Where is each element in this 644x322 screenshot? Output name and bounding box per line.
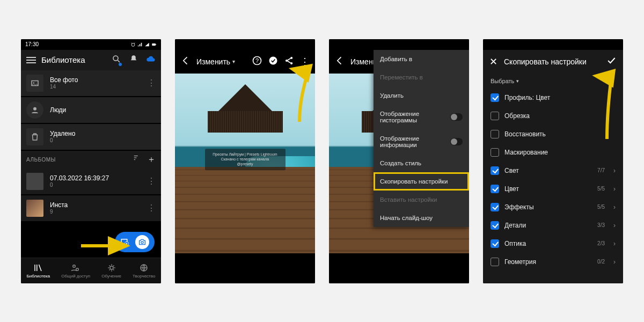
svg-point-9: [141, 241, 143, 243]
row-label: Люди: [50, 106, 156, 114]
opt-profile[interactable]: Профиль: Цвет: [483, 89, 623, 107]
bell-icon[interactable]: [129, 54, 138, 65]
row-people[interactable]: Люди: [21, 97, 161, 123]
status-bar: [329, 39, 469, 50]
preview-image[interactable]: Пресеты Лайтрум | Presets Lightroom Скач…: [175, 74, 315, 253]
more-icon[interactable]: ⋮: [147, 207, 156, 209]
svg-rect-2: [156, 44, 156, 45]
album-title: Инста: [50, 201, 141, 209]
menu-histogram[interactable]: Отображение гистограммы: [374, 105, 469, 129]
albums-header: АЛЬБОМЫ ＋: [21, 151, 161, 169]
album-row[interactable]: 07.03.2022 16:39:27 0 ⋮: [21, 169, 161, 194]
album-thumb: [26, 200, 43, 217]
opt-detail[interactable]: Детали 3/3 ›: [483, 216, 623, 235]
opt-effects[interactable]: Эффекты 5/5 ›: [483, 198, 623, 216]
menu-delete[interactable]: Удалить: [374, 86, 469, 105]
confirm-icon[interactable]: [606, 55, 617, 68]
svg-point-10: [73, 265, 76, 267]
checkbox[interactable]: [491, 239, 499, 248]
checkbox[interactable]: [491, 166, 499, 175]
album-count: 9: [50, 209, 141, 215]
menu-info[interactable]: Отображение информации: [374, 129, 469, 154]
tab-shared[interactable]: Общий доступ: [61, 263, 90, 279]
opt-crop[interactable]: Обрезка: [483, 107, 623, 125]
back-icon[interactable]: [180, 55, 191, 68]
menu-icon[interactable]: [26, 55, 36, 65]
screen-context-menu: Измени Добавить в Переместить в Удалить …: [329, 39, 469, 283]
opt-optics[interactable]: Оптика 2/3 ›: [483, 235, 623, 253]
select-dropdown[interactable]: Выбрать ▾: [483, 74, 623, 89]
checkbox[interactable]: [491, 130, 499, 138]
checkbox[interactable]: [491, 203, 499, 211]
back-icon[interactable]: [334, 55, 345, 68]
status-time: 17:30: [25, 41, 39, 47]
opt-mask[interactable]: Маскирование: [483, 143, 623, 162]
opt-geometry[interactable]: Геометрия 0/2 ›: [483, 253, 623, 271]
status-bar: 17:30: [21, 39, 161, 50]
menu-copy-settings[interactable]: Скопировать настройки: [374, 172, 469, 191]
signal-icon: [144, 42, 150, 47]
page-title: Библиотека: [41, 55, 106, 64]
edit-topbar: Изменить ▾ ? ⋮: [175, 50, 315, 74]
menu-add-to[interactable]: Добавить в: [374, 50, 469, 68]
chevron-right-icon[interactable]: ›: [613, 222, 616, 229]
photo-icon: [26, 75, 43, 92]
sort-icon[interactable]: [133, 154, 141, 165]
screen-copy-settings: ✕ Скопировать настройки Выбрать ▾ Профил…: [483, 39, 623, 283]
svg-point-0: [131, 43, 135, 46]
row-count: 14: [50, 84, 141, 90]
svg-point-5: [33, 82, 34, 83]
add-icon[interactable]: ＋: [147, 154, 156, 165]
opt-color[interactable]: Цвет 5/5 ›: [483, 180, 623, 198]
tab-learn[interactable]: Обучение: [101, 263, 121, 279]
checkbox[interactable]: [491, 185, 499, 193]
menu-create-style[interactable]: Создать стиль: [374, 154, 469, 172]
context-menu: Добавить в Переместить в Удалить Отображ…: [374, 50, 469, 227]
chevron-right-icon[interactable]: ›: [613, 185, 616, 193]
search-icon[interactable]: [112, 54, 121, 65]
menu-move-to: Переместить в: [374, 68, 469, 86]
edit-toolbar: [175, 253, 315, 283]
watermark-overlay: Пресеты Лайтрум | Presets Lightroom Скач…: [205, 149, 286, 170]
album-row[interactable]: Инста 9 ⋮: [21, 195, 161, 221]
row-deleted[interactable]: Удалено 0: [21, 124, 161, 150]
toggle-switch[interactable]: [450, 138, 463, 145]
cloud-icon[interactable]: [146, 54, 156, 65]
tab-library[interactable]: Библиотека: [27, 263, 50, 279]
row-all-photos[interactable]: Все фото 14 ⋮: [21, 70, 161, 96]
menu-slideshow[interactable]: Начать слайд-шоу: [374, 209, 469, 227]
toggle-switch[interactable]: [450, 113, 463, 121]
chevron-right-icon[interactable]: ›: [613, 240, 616, 247]
help-icon[interactable]: ?: [252, 55, 262, 68]
opt-restore[interactable]: Восстановить: [483, 125, 623, 143]
tab-discover[interactable]: Творчество: [133, 263, 155, 279]
more-icon[interactable]: ⋮: [300, 56, 310, 68]
opt-light[interactable]: Свет 7/7 ›: [483, 162, 623, 180]
screen-edit: Изменить ▾ ? ⋮ Пресеты Лайтрум | Presets…: [175, 39, 315, 283]
menu-paste-settings: Вставить настройки: [374, 191, 469, 209]
close-icon[interactable]: ✕: [489, 56, 497, 68]
chevron-right-icon[interactable]: ›: [613, 167, 616, 174]
checkbox[interactable]: [491, 221, 499, 230]
import-icon: [120, 237, 130, 247]
chevron-right-icon[interactable]: ›: [613, 258, 616, 266]
edit-mode-dropdown[interactable]: Изменить ▾: [196, 57, 235, 66]
share-icon[interactable]: [284, 55, 295, 68]
row-label: Удалено: [50, 130, 156, 137]
bottom-tabs: Библиотека Общий доступ Обучение Творчес…: [21, 258, 161, 283]
chevron-right-icon[interactable]: ›: [613, 203, 616, 211]
row-count: 0: [50, 137, 156, 143]
camera-icon[interactable]: [135, 235, 149, 249]
alarm-icon: [130, 42, 136, 47]
album-count: 0: [50, 182, 141, 188]
more-icon[interactable]: ⋮: [147, 180, 156, 182]
more-icon[interactable]: ⋮: [147, 82, 156, 84]
checkbox[interactable]: [491, 112, 499, 120]
add-photo-fab[interactable]: [115, 232, 155, 252]
checkbox[interactable]: [491, 258, 499, 266]
checkbox[interactable]: [491, 93, 499, 102]
checkbox[interactable]: [491, 148, 499, 157]
battery-icon: [151, 42, 157, 47]
svg-point-12: [110, 266, 113, 269]
check-circle-icon[interactable]: [268, 55, 279, 68]
